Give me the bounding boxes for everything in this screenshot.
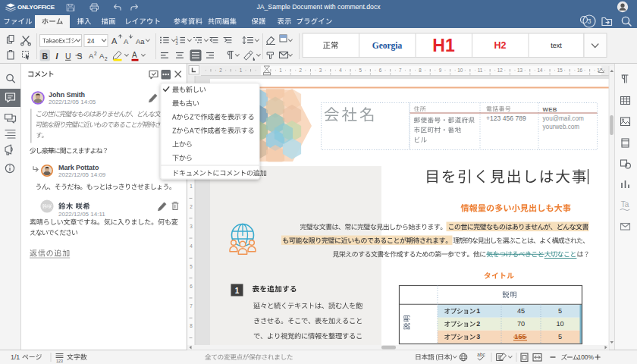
svg-text:3: 3: [190, 224, 193, 229]
svg-text:2: 2: [476, 320, 480, 328]
svg-text:6: 6: [190, 284, 193, 289]
svg-text:A: A: [111, 36, 118, 46]
svg-text:U: U: [65, 52, 71, 61]
svg-text:2: 2: [105, 56, 108, 61]
svg-text:16: 16: [577, 67, 583, 73]
svg-text:abc: abc: [477, 352, 485, 357]
svg-text:7: 7: [399, 67, 402, 73]
svg-text:11: 11: [478, 67, 483, 73]
svg-text:10: 10: [457, 67, 463, 73]
svg-text:1: 1: [279, 67, 282, 73]
svg-text:100%: 100%: [578, 353, 595, 361]
svg-text:14: 14: [537, 67, 543, 73]
svg-text:15: 15: [557, 67, 563, 73]
svg-text:H2: H2: [494, 40, 507, 51]
svg-text:text: text: [551, 42, 562, 49]
svg-text:1: 1: [235, 287, 240, 295]
svg-text:4: 4: [339, 67, 342, 73]
svg-text:3: 3: [319, 67, 322, 73]
svg-text:12: 12: [497, 67, 504, 73]
svg-text:WEB: WEB: [543, 106, 557, 113]
svg-text:Mark Pottato: Mark Pottato: [58, 164, 99, 171]
svg-text:2022/12/05 14:09: 2022/12/05 14:09: [58, 171, 106, 178]
svg-text:7: 7: [190, 303, 193, 309]
svg-text:you@mail.com: you@mail.com: [543, 115, 584, 122]
svg-text:13: 13: [517, 67, 523, 73]
svg-text:3: 3: [476, 333, 480, 340]
svg-text:yourweb.com: yourweb.com: [543, 124, 580, 130]
svg-text:8: 8: [190, 323, 193, 328]
svg-text:1: 1: [476, 307, 480, 315]
svg-text:A: A: [89, 52, 94, 60]
svg-text:+123 456 789: +123 456 789: [486, 115, 526, 122]
svg-text:John Smith: John Smith: [49, 91, 85, 99]
svg-text:6: 6: [379, 67, 382, 73]
svg-text:2: 2: [94, 51, 97, 56]
svg-text:2022/12/05 14:11: 2022/12/05 14:11: [58, 211, 105, 218]
svg-text:A: A: [124, 37, 129, 46]
svg-text:ONLYOFFICE: ONLYOFFICE: [17, 4, 55, 11]
svg-text:9: 9: [439, 67, 442, 73]
svg-text:1: 1: [190, 184, 193, 189]
svg-text:24: 24: [87, 37, 95, 45]
svg-text:A: A: [99, 52, 105, 60]
svg-text:5: 5: [558, 333, 562, 340]
svg-text:8: 8: [419, 67, 422, 73]
svg-text:5: 5: [190, 264, 193, 269]
svg-text:A: A: [132, 51, 137, 59]
svg-text:1/1: 1/1: [11, 353, 20, 361]
svg-text:5: 5: [359, 67, 362, 73]
svg-text:4: 4: [190, 243, 193, 249]
svg-text:Georgia: Georgia: [372, 41, 403, 51]
svg-text:2022/12/05 14:05: 2022/12/05 14:05: [49, 99, 96, 105]
svg-text:3: 3: [587, 17, 591, 25]
svg-text:70: 70: [517, 320, 525, 328]
svg-text:1: 1: [240, 67, 243, 73]
svg-text:10: 10: [556, 320, 563, 328]
svg-text:H1: H1: [432, 36, 455, 55]
svg-text:B: B: [42, 52, 49, 61]
svg-text:45: 45: [517, 307, 525, 315]
svg-text:123: 123: [56, 359, 63, 363]
svg-text:2: 2: [219, 67, 222, 73]
svg-text:5: 5: [558, 307, 562, 315]
svg-text:2: 2: [190, 204, 193, 209]
svg-text:Ta: Ta: [621, 200, 629, 209]
svg-text:S: S: [77, 52, 83, 61]
svg-text:2: 2: [300, 67, 303, 73]
svg-text:JA_Sample Document with commen: JA_Sample Document with comment.docx: [256, 3, 381, 11]
svg-text:3: 3: [175, 41, 177, 46]
svg-text:Aa: Aa: [136, 37, 145, 46]
